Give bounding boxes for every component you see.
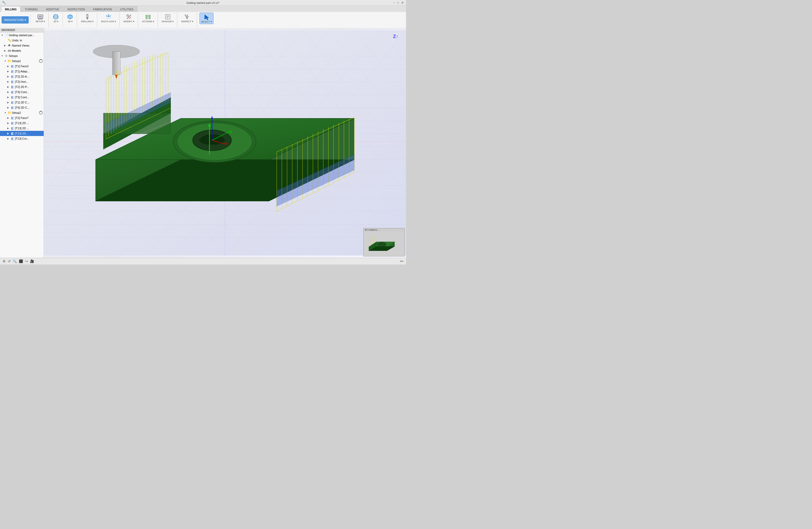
item-label-op12: [T13] 2D ... bbox=[15, 127, 43, 130]
item-label-op9: [T4] 2D C... bbox=[15, 106, 43, 109]
browser-item-op11[interactable]: ▶ ◧ [T13] 2D ... bbox=[0, 120, 44, 126]
browser-item-setups[interactable]: ▼ ⚙ Setups bbox=[0, 53, 44, 58]
status-icon-settings[interactable]: ⚙ bbox=[3, 259, 6, 263]
toolbar-group-2d: 2D ▾ bbox=[49, 13, 63, 27]
browser-item-op5[interactable]: ▶ ◧ [T2] 2D P... bbox=[0, 84, 44, 89]
svg-marker-9 bbox=[87, 18, 88, 20]
op-icon-2: ◧ bbox=[11, 70, 14, 73]
status-icon-pan[interactable]: ⬛ bbox=[19, 259, 23, 263]
expand-arrow-op10: ▶ bbox=[7, 117, 10, 119]
item-label-models: Models bbox=[12, 49, 43, 52]
tab-additive[interactable]: ADDITIVE bbox=[42, 6, 63, 12]
actions-label: ACTIONS ▾ bbox=[142, 20, 154, 23]
tab-milling[interactable]: MILLING bbox=[1, 6, 20, 12]
models-icon: 🗃 bbox=[8, 49, 11, 53]
item-label-op3: [T2] 2D A... bbox=[15, 75, 43, 78]
mini-preview-panel: 3D Adaptive... bbox=[363, 228, 405, 257]
svg-point-10 bbox=[87, 15, 88, 17]
2d-icon bbox=[53, 13, 59, 20]
browser-item-op7[interactable]: ▶ ◧ [T3] Cont... bbox=[0, 95, 44, 100]
manage-btn[interactable]: MANAGE ▾ bbox=[160, 13, 175, 24]
op-icon-12: ◧ bbox=[11, 126, 14, 130]
status-icon-undo[interactable]: ↪ bbox=[25, 259, 28, 263]
browser-item-op8[interactable]: ▶ ◧ [T1] 2D C... bbox=[0, 100, 44, 105]
tab-utilities[interactable]: UTILITIES bbox=[116, 6, 137, 12]
browser-item-op2[interactable]: ▶ ◧ [T1] Adap... bbox=[0, 69, 44, 74]
multiaxis-btn[interactable]: MULTI-AXIS ▾ bbox=[100, 13, 117, 24]
expand-arrow-op1: ▶ bbox=[7, 65, 10, 68]
units-icon: 📏 bbox=[8, 39, 11, 42]
svg-line-14 bbox=[129, 17, 131, 19]
manufacture-button[interactable]: MANUFACTURE ▾ bbox=[2, 16, 29, 24]
toolbar-group-drilling: DRILLING ▾ bbox=[77, 13, 97, 27]
item-label-op14: [T13] Cor... bbox=[15, 137, 43, 140]
browser-item-op9[interactable]: ▶ ◧ [T4] 2D C... bbox=[0, 105, 44, 110]
browser-item-op1[interactable]: ▶ ◧ [T1] Face2 bbox=[0, 63, 44, 69]
actions-btn[interactable]: ACTIONS ▾ bbox=[141, 13, 156, 24]
2d-label: 2D ▾ bbox=[54, 20, 58, 23]
3d-label: 3D ▾ bbox=[68, 20, 73, 23]
expand-arrow-setup1: ▼ bbox=[4, 60, 7, 62]
browser-item-op10[interactable]: ▶ ◧ [T2] Face7 bbox=[0, 115, 44, 120]
maximize-btn[interactable]: □ bbox=[397, 1, 399, 5]
expand-arrow-setup2: ▼ bbox=[4, 112, 7, 114]
item-label-op13: [T13] 2D... bbox=[15, 132, 43, 135]
svg-text:Z↑: Z↑ bbox=[393, 34, 398, 39]
svg-rect-17 bbox=[146, 18, 148, 19]
3d-btn[interactable]: 3D ▾ bbox=[66, 13, 75, 24]
tab-fabrication[interactable]: FABRICATION bbox=[89, 6, 116, 12]
mini-preview-title: 3D Adaptive... bbox=[365, 229, 379, 231]
browser-item-setup1[interactable]: ▼ 📁 Setup1 bbox=[0, 58, 44, 63]
browser-item-setup2[interactable]: ▼ 📁 Setup2 bbox=[0, 110, 44, 115]
browser-item-op4[interactable]: ▶ ◧ [T2] Hori... bbox=[0, 79, 44, 84]
browser-item-root[interactable]: ▼ 📄 Getting started par... bbox=[0, 32, 44, 38]
item-label-op10: [T2] Face7 bbox=[15, 116, 43, 119]
modify-btn[interactable]: MODIFY ▾ bbox=[122, 13, 136, 24]
setup-buttons: SETUP ▾ bbox=[34, 13, 46, 24]
inspect-btn[interactable]: INSPECT ▾ bbox=[180, 13, 194, 24]
status-icon-camera[interactable]: 🎥 bbox=[30, 259, 34, 263]
setup-btn[interactable]: SETUP ▾ bbox=[34, 13, 46, 24]
spinner-setup1 bbox=[39, 59, 43, 63]
item-label-setup1: Setup1 bbox=[12, 59, 38, 62]
select-btn[interactable]: SELECT ▾ bbox=[200, 13, 214, 24]
manage-label: MANAGE ▾ bbox=[162, 20, 174, 23]
browser-item-op3[interactable]: ▶ ◧ [T2] 2D A... bbox=[0, 74, 44, 79]
browser-item-models[interactable]: ▶ 🗃 Models bbox=[0, 48, 44, 53]
close-btn[interactable]: ✕ bbox=[401, 1, 404, 5]
main-area: BROWSER ▼ 📄 Getting started par... ▶ 📏 U… bbox=[0, 28, 406, 258]
manage-icon bbox=[164, 13, 171, 20]
multiaxis-label: MULTI-AXIS ▾ bbox=[101, 20, 116, 23]
status-icon-more[interactable]: ••• bbox=[400, 259, 403, 263]
inspect-icon bbox=[184, 13, 190, 20]
drilling-label: DRILLING ▾ bbox=[81, 20, 93, 23]
modify-buttons: MODIFY ▾ bbox=[122, 13, 136, 24]
svg-rect-18 bbox=[149, 18, 150, 19]
toolbar-group-inspect: INSPECT ▾ bbox=[178, 13, 197, 27]
op-icon-14: ◧ bbox=[11, 137, 14, 140]
browser-item-op13[interactable]: ▶ ◧ [T13] 2D... bbox=[0, 131, 44, 136]
item-label-op7: [T3] Cont... bbox=[15, 96, 43, 99]
expand-arrow-op5: ▶ bbox=[7, 86, 10, 88]
minimize-btn[interactable]: − bbox=[393, 1, 395, 5]
op-icon-5: ◧ bbox=[11, 85, 14, 89]
browser-item-units[interactable]: ▶ 📏 Units: in bbox=[0, 38, 44, 43]
browser-item-op12[interactable]: ▶ ◧ [T13] 2D ... bbox=[0, 126, 44, 131]
tab-inspection[interactable]: INSPECTION bbox=[63, 6, 89, 12]
tab-turning[interactable]: TURNING bbox=[21, 6, 42, 12]
multiaxis-buttons: MULTI-AXIS ▾ bbox=[100, 13, 117, 24]
expand-arrow-op12: ▶ bbox=[7, 127, 10, 130]
item-label-op2: [T1] Adap... bbox=[15, 70, 43, 73]
browser-item-op14[interactable]: ▶ ◧ [T13] Cor... bbox=[0, 136, 44, 141]
drilling-btn[interactable]: DRILLING ▾ bbox=[79, 13, 95, 24]
viewport[interactable]: Z↑ bbox=[44, 28, 406, 258]
2d-btn[interactable]: 2D ▾ bbox=[51, 13, 60, 24]
item-label-op4: [T2] Hori... bbox=[15, 80, 43, 83]
select-label: SELECT ▾ bbox=[201, 20, 212, 23]
2d-buttons: 2D ▾ bbox=[51, 13, 60, 24]
browser-item-named-views[interactable]: ▶ 👁 Named Views bbox=[0, 43, 44, 48]
browser-item-op6[interactable]: ▶ ◧ [T3] Cont... bbox=[0, 89, 44, 95]
setup-label: SETUP ▾ bbox=[35, 20, 45, 23]
status-icon-zoom[interactable]: 🔍 bbox=[13, 259, 17, 263]
status-icon-orbit[interactable]: ↺ bbox=[8, 259, 11, 263]
